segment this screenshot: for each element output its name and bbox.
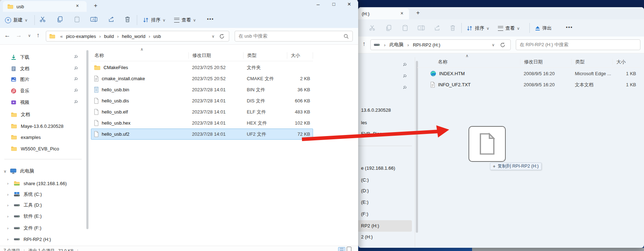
sidebar-item-drive-d[interactable]: › 工具 (D:) (0, 200, 85, 210)
sidebar-item-music[interactable]: 音乐 (0, 86, 85, 96)
sort-ascending-icon[interactable]: ∨ (140, 47, 143, 52)
sidebar-item-documents[interactable]: 文档 (0, 64, 85, 74)
file-row-info-uf2[interactable]: INFO_UF2.TXT 2008/9/5 16:20 文本文档 1 KB (417, 79, 641, 90)
minimize-button[interactable]: – (317, 1, 319, 7)
sidebar-item-fragment[interactable]: e (192.168.1.66) (361, 165, 395, 171)
refresh-icon[interactable] (500, 42, 505, 48)
sort-ascending-icon[interactable]: ∨ (466, 54, 468, 58)
forward-icon[interactable]: → (16, 32, 22, 39)
sidebar-item-fragment[interactable]: (D:) (361, 188, 369, 193)
chevron-right-icon[interactable]: › (7, 203, 9, 207)
right-tab-rpi-rp2[interactable]: (H:) × (358, 8, 409, 19)
sidebar-item-this-pc[interactable]: ∨ 此电脑 (0, 166, 85, 176)
sidebar-item-fragment[interactable]: 13.6.0.230528 (361, 107, 391, 113)
address-dropdown-icon[interactable]: ∨ (212, 34, 215, 39)
sidebar-item-downloads[interactable]: 下载 (0, 52, 85, 62)
back-icon[interactable]: ← (4, 32, 10, 39)
right-more-button[interactable]: ••• (566, 24, 573, 30)
recent-locations-icon[interactable]: ∨ (28, 33, 31, 38)
new-button[interactable]: + 新建 ∨ (5, 17, 28, 23)
right-sort-button[interactable]: 排序 ∨ (466, 25, 489, 32)
search-icon[interactable] (343, 34, 349, 39)
view-button[interactable]: 查看 ∨ (174, 17, 196, 23)
paste-icon[interactable] (402, 25, 408, 31)
sidebar-splitter[interactable] (415, 57, 415, 247)
breadcrumb-usb[interactable]: usb (153, 34, 161, 39)
sidebar-item-pictures[interactable]: 图片 (0, 74, 85, 85)
right-list-header[interactable]: 名称 修改日期 类型 大小 (417, 57, 641, 68)
sidebar-scrollbar[interactable] (86, 50, 88, 229)
sidebar-item-fragment[interactable]: (C:) (361, 177, 369, 183)
left-list-header[interactable]: 名称 修改日期 类型 大小 (91, 50, 313, 61)
breadcrumb-this-pc[interactable]: 此电脑 (389, 42, 403, 48)
more-button[interactable]: ••• (207, 16, 214, 21)
breadcrumb-pico-examples[interactable]: pico-examples (66, 34, 96, 39)
chevron-right-icon[interactable]: › (7, 192, 9, 197)
sidebar-item-videos[interactable]: 视频 (0, 97, 85, 107)
file-row-hello-usb-elf[interactable]: hello_usb.elf 2023/7/28 14:01 ELF 文件 483… (91, 106, 313, 117)
sidebar-item-fragment[interactable]: les (361, 120, 367, 125)
copy-icon[interactable] (57, 16, 63, 23)
file-row-cmake-install[interactable]: cmake_install.cmake 2023/7/25 20:52 CMAK… (91, 73, 313, 84)
sidebar-item-drive-c[interactable]: › 系统 (C:) (0, 189, 85, 199)
delete-icon[interactable] (125, 16, 130, 23)
right-new-tab-button[interactable]: + (416, 9, 420, 16)
left-search-box[interactable]: 在 usb 中搜索 (235, 31, 353, 42)
sidebar-item-w5500[interactable]: W5500_EVB_Pico (0, 144, 85, 154)
file-row-index-htm[interactable]: INDEX.HTM 2008/9/5 16:20 Microsoft Edge … (417, 68, 641, 79)
sort-button[interactable]: 排序 ∨ (143, 17, 165, 23)
right-address-bar[interactable]: › 此电脑 › RPI-RP2 (H:) ∨ (370, 39, 511, 50)
copy-icon[interactable] (385, 25, 392, 31)
right-tab-close-icon[interactable]: × (400, 10, 403, 16)
up-icon[interactable]: ↑ (362, 40, 366, 48)
sidebar-item-docs-folder[interactable]: 文档 (0, 110, 85, 120)
up-icon[interactable]: ↑ (37, 32, 40, 39)
share-icon[interactable] (108, 16, 115, 23)
left-tab-usb[interactable]: usb × (3, 1, 87, 12)
left-new-tab-button[interactable]: + (94, 2, 97, 9)
sidebar-item-examples[interactable]: examples (0, 132, 85, 142)
sidebar-item-fragment[interactable]: EVB_Pico (361, 131, 382, 136)
right-search-box[interactable]: 在 RPI-RP2 (H:) 中搜索 (516, 39, 640, 50)
sidebar-item-share[interactable]: › share (192.168.1.66) (0, 178, 85, 188)
close-button[interactable]: × (347, 1, 351, 8)
refresh-icon[interactable] (219, 34, 225, 39)
paste-icon[interactable] (74, 16, 80, 23)
file-row-hello-usb-uf2-selected[interactable]: hello_usb.uf2 2023/7/28 14:01 UF2 文件 72 … (91, 129, 313, 140)
file-row-cmakefiles[interactable]: CMakeFiles 2023/7/25 20:52 文件夹 (91, 62, 313, 73)
breadcrumb-build[interactable]: build (104, 34, 114, 39)
file-row-hello-usb-bin[interactable]: hello_usb.bin 2023/7/28 14:01 BIN 文件 36 … (91, 84, 313, 95)
sidebar-item-fragment[interactable]: (F:) (361, 211, 368, 217)
chevron-right-icon[interactable]: › (7, 214, 9, 218)
sidebar-item-drive-e[interactable]: › 软件 (E:) (0, 211, 85, 221)
sidebar-item-fragment[interactable]: (E:) (361, 199, 369, 205)
sidebar-item-fragment[interactable]: 2 (H:) (361, 234, 373, 240)
sidebar-selected-item[interactable]: RP2 (H:) (358, 220, 412, 232)
cut-icon[interactable] (39, 16, 46, 23)
rename-icon[interactable] (90, 16, 97, 23)
chevron-right-icon[interactable]: › (7, 237, 9, 241)
left-address-bar[interactable]: « pico-examples › build › hello_world › … (46, 31, 229, 42)
eject-button[interactable]: 弹出 (535, 25, 552, 32)
chevron-right-icon[interactable]: › (7, 181, 9, 185)
details-view-toggle[interactable] (338, 247, 345, 251)
file-row-hello-usb-hex[interactable]: hello_usb.hex 2023/7/28 14:01 HEX 文件 102… (91, 117, 313, 129)
breadcrumb-rpi-rp2[interactable]: RPI-RP2 (H:) (413, 42, 441, 48)
chevron-right-icon[interactable]: › (7, 226, 9, 230)
rename-icon[interactable] (418, 25, 425, 31)
left-tab-close-icon[interactable]: × (76, 3, 79, 9)
sidebar-item-maye[interactable]: Maye-13.6.0.230528 (0, 121, 85, 131)
maximize-button[interactable]: □ (332, 1, 335, 7)
breadcrumb-overflow[interactable]: « (58, 34, 65, 39)
right-view-button[interactable]: 查看 ∨ (498, 25, 520, 32)
delete-icon[interactable] (450, 25, 456, 31)
sidebar-item-drive-f[interactable]: › 文件 (F:) (0, 223, 85, 233)
sidebar-item-drive-h[interactable]: › RPI-RP2 (H:) (0, 234, 85, 244)
breadcrumb-hello-world[interactable]: hello_world (122, 34, 145, 39)
thumbnail-view-toggle[interactable] (347, 247, 351, 251)
address-dropdown-icon[interactable]: ∨ (492, 43, 495, 47)
file-row-hello-usb-dis[interactable]: hello_usb.dis 2023/7/28 14:01 DIS 文件 606… (91, 95, 313, 106)
cut-icon[interactable] (369, 25, 375, 31)
chevron-down-icon[interactable]: ∨ (4, 169, 6, 174)
share-icon[interactable] (434, 25, 441, 31)
